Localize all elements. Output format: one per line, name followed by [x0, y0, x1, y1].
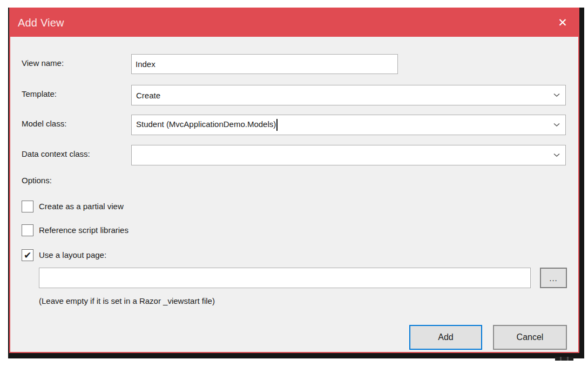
- cancel-button[interactable]: Cancel: [493, 325, 567, 350]
- browse-button[interactable]: ...: [540, 268, 567, 288]
- view-name-input[interactable]: [131, 54, 398, 74]
- template-dropdown[interactable]: Create: [131, 85, 566, 105]
- text-caret: [276, 119, 278, 131]
- model-class-label: Model class:: [22, 119, 66, 128]
- use-layout-page-label[interactable]: Use a layout page:: [39, 250, 106, 259]
- layout-page-hint: (Leave empty if it is set in a Razor _vi…: [39, 296, 215, 305]
- chevron-down-icon[interactable]: [553, 93, 560, 97]
- reference-script-libraries-checkbox[interactable]: [22, 224, 33, 236]
- reference-script-libraries-label[interactable]: Reference script libraries: [39, 225, 129, 235]
- add-button[interactable]: Add: [409, 325, 482, 350]
- browse-button-label: ...: [549, 274, 558, 283]
- screen: Add View ✕ View name: Template: Create M…: [0, 0, 588, 366]
- template-value: Create: [136, 91, 553, 100]
- add-button-label: Add: [438, 332, 453, 342]
- chevron-down-icon[interactable]: [553, 153, 560, 157]
- options-label: Options:: [22, 176, 52, 185]
- layout-page-input[interactable]: [39, 268, 531, 288]
- model-class-value: Student (MvcApplicationDemo.Models): [136, 119, 553, 131]
- dialog-title: Add View: [18, 17, 64, 29]
- dialog-titlebar[interactable]: Add View ✕: [10, 9, 578, 37]
- view-name-label: View name:: [22, 58, 64, 68]
- data-context-class-dropdown[interactable]: [131, 145, 566, 165]
- cancel-button-label: Cancel: [517, 332, 544, 342]
- create-partial-view-checkbox[interactable]: [22, 201, 33, 212]
- create-partial-view-label[interactable]: Create as a partial view: [39, 202, 124, 211]
- chevron-down-icon[interactable]: [553, 123, 560, 127]
- use-layout-page-checkbox[interactable]: ✔: [22, 249, 33, 261]
- close-icon[interactable]: ✕: [547, 9, 578, 37]
- model-class-dropdown[interactable]: Student (MvcApplicationDemo.Models): [131, 115, 566, 135]
- background-artifact: [555, 357, 573, 361]
- data-context-class-label: Data context class:: [22, 149, 90, 158]
- checkmark-icon: ✔: [24, 251, 31, 260]
- template-label: Template:: [22, 89, 57, 98]
- add-view-dialog: Add View ✕ View name: Template: Create M…: [9, 8, 579, 353]
